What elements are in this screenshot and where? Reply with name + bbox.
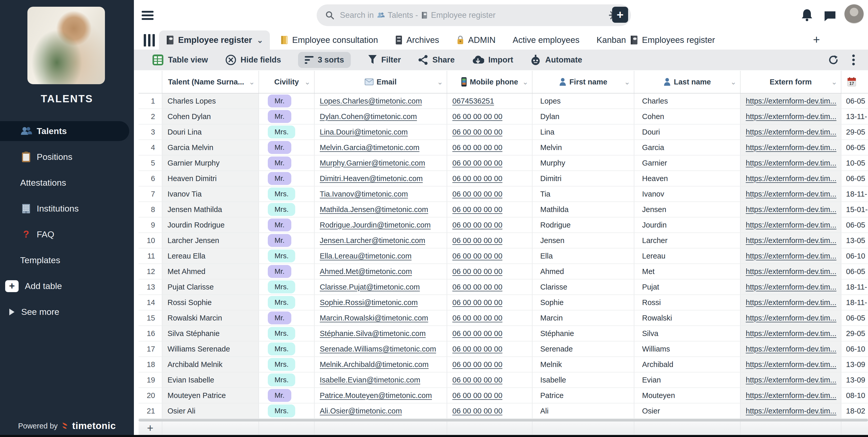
cell-email[interactable]: Dylan.Cohen@timetonic.com	[315, 109, 447, 124]
cell-first-name[interactable]: Marcin	[532, 310, 634, 326]
cell-mobile-phone[interactable]: 06 00 00 00 00	[447, 326, 532, 341]
cell-civility[interactable]: Mr.	[259, 233, 315, 248]
cell-date[interactable]: 06-05	[841, 140, 868, 155]
sidebar-item-attestations[interactable]: Attestations	[0, 173, 134, 193]
cell-first-name[interactable]: Ali	[532, 403, 634, 418]
cell-first-name[interactable]: Clarisse	[532, 279, 634, 295]
extern-form-link[interactable]: https://externform-dev.tim...	[746, 159, 836, 167]
refresh-icon[interactable]	[828, 54, 839, 67]
tab-admin[interactable]: ADMIN	[450, 31, 502, 49]
cell-civility[interactable]: Mrs.	[259, 341, 315, 357]
cell-talent[interactable]: Evian Isabelle	[162, 372, 259, 388]
cell-talent[interactable]: Lereau Ella	[162, 248, 259, 263]
cell-email[interactable]: Rodrigue.Jourdin@timetonic.com	[315, 217, 447, 232]
cell-date[interactable]: 06-05	[841, 171, 868, 186]
cell-first-name[interactable]: Murphy	[532, 156, 634, 170]
cell-last-name[interactable]: Cohen	[634, 109, 741, 124]
phone-link[interactable]: 06 00 00 00 00	[452, 190, 502, 198]
cell-civility[interactable]: Mr.	[259, 217, 315, 232]
header-mobile-phone[interactable]: Mobile phone ⌄	[447, 71, 532, 93]
cell-talent[interactable]: Silva Stéphanie	[162, 326, 259, 341]
extern-form-link[interactable]: https://externform-dev.tim...	[746, 283, 836, 291]
phone-link[interactable]: 06 00 00 00 00	[452, 391, 502, 400]
cell-email[interactable]: Lina.Douri@timetonic.com	[315, 125, 447, 139]
cell-civility[interactable]: Mrs.	[259, 125, 315, 139]
cell-civility[interactable]: Mr.	[259, 140, 315, 155]
cell-civility[interactable]: Mrs.	[259, 279, 315, 295]
cell-first-name[interactable]: Ahmed	[532, 264, 634, 279]
cell-extern-form[interactable]: https://externform-dev.tim...	[741, 94, 841, 108]
cell-mobile-phone[interactable]: 06 00 00 00 00	[447, 295, 532, 310]
cell-mobile-phone[interactable]: 06 00 00 00 00	[447, 388, 532, 403]
share-button[interactable]: Share	[418, 55, 455, 65]
email-link[interactable]: Lopes.Charles@timetonic.com	[320, 97, 422, 105]
cell-civility[interactable]: Mr.	[259, 156, 315, 170]
cell-mobile-phone[interactable]: 06 00 00 00 00	[447, 372, 532, 388]
sidebar-item-positions[interactable]: Positions	[0, 147, 134, 167]
cell-civility[interactable]: Mrs.	[259, 202, 315, 217]
cell-email[interactable]: Jensen.Larcher@timetonic.com	[315, 233, 447, 248]
email-link[interactable]: Stéphanie.Silva@timetonic.com	[320, 329, 426, 338]
cell-date[interactable]: 06-10	[841, 341, 868, 357]
table-view-button[interactable]: Table view	[152, 54, 208, 66]
cell-last-name[interactable]: Lereau	[634, 248, 741, 263]
cell-email[interactable]: Melnik.Archibald@timetonic.com	[315, 357, 447, 372]
cell-email[interactable]: Ella.Lereau@timetonic.com	[315, 248, 447, 263]
cell-last-name[interactable]: Williams	[634, 341, 741, 357]
cell-date[interactable]: 10-05	[841, 156, 868, 170]
cell-talent[interactable]: Garcia Melvin	[162, 140, 259, 155]
cell-extern-form[interactable]: https://externform-dev.tim...	[741, 403, 841, 418]
cell-mobile-phone[interactable]: 06 00 00 00 00	[447, 357, 532, 372]
cell-last-name[interactable]: Larcher	[634, 233, 741, 248]
header-first-name[interactable]: First name ⌄	[532, 71, 634, 93]
cell-date[interactable]: 18-11-	[841, 187, 868, 201]
cell-mobile-phone[interactable]: 06 00 00 00 00	[447, 109, 532, 124]
view-panel-toggle-icon[interactable]	[144, 34, 155, 46]
tab-employee-consultation[interactable]: Employee consultation	[274, 31, 384, 49]
email-link[interactable]: Lina.Douri@timetonic.com	[320, 128, 408, 136]
cell-date[interactable]: 13-09	[841, 372, 868, 388]
phone-link[interactable]: 06 00 00 00 00	[452, 252, 502, 260]
extern-form-link[interactable]: https://externform-dev.tim...	[746, 112, 836, 121]
phone-link[interactable]: 06 00 00 00 00	[452, 159, 502, 167]
phone-link[interactable]: 06 00 00 00 00	[452, 112, 502, 121]
phone-link[interactable]: 06 00 00 00 00	[452, 174, 502, 183]
phone-link[interactable]: 06 00 00 00 00	[452, 329, 502, 338]
tab-archives[interactable]: Archives	[388, 31, 446, 49]
phone-link[interactable]: 06 00 00 00 00	[452, 298, 502, 307]
cell-civility[interactable]: Mr.	[259, 388, 315, 403]
email-link[interactable]: Isabelle.Evian@timetonic.com	[320, 376, 420, 384]
cell-email[interactable]: Marcin.Rowalski@timetonic.com	[315, 310, 447, 326]
cell-date[interactable]: 06-05	[841, 94, 868, 108]
email-link[interactable]: Dimitri.Heaven@timetonic.com	[320, 174, 423, 183]
cell-first-name[interactable]: Tia	[532, 187, 634, 201]
cell-extern-form[interactable]: https://externform-dev.tim...	[741, 326, 841, 341]
email-link[interactable]: Ella.Lereau@timetonic.com	[320, 252, 411, 260]
cell-last-name[interactable]: Ivanov	[634, 187, 741, 201]
email-link[interactable]: Tia.Ivanov@timetonic.com	[320, 190, 408, 198]
cell-civility[interactable]: Mr.	[259, 310, 315, 326]
cell-mobile-phone[interactable]: 06 00 00 00 00	[447, 171, 532, 186]
cell-extern-form[interactable]: https://externform-dev.tim...	[741, 372, 841, 388]
cell-email[interactable]: Dimitri.Heaven@timetonic.com	[315, 171, 447, 186]
cell-date[interactable]: 06-05	[841, 310, 868, 326]
filter-button[interactable]: Filter	[368, 55, 401, 65]
chevron-down-icon[interactable]: ⌄	[305, 78, 310, 86]
cell-last-name[interactable]: Silva	[634, 326, 741, 341]
header-civility[interactable]: Civility ⌄	[259, 71, 315, 93]
cell-last-name[interactable]: Rossi	[634, 295, 741, 310]
search-input[interactable]: Search in Talents - Employee register	[317, 4, 631, 26]
cell-last-name[interactable]: Rowalski	[634, 310, 741, 326]
email-link[interactable]: Patrice.Mouteyen@timetonic.com	[320, 391, 432, 400]
cell-civility[interactable]: Mrs.	[259, 187, 315, 201]
cell-talent[interactable]: Jourdin Rodrigue	[162, 217, 259, 232]
cell-talent[interactable]: Rossi Sophie	[162, 295, 259, 310]
cell-talent[interactable]: Met Ahmed	[162, 264, 259, 279]
extern-form-link[interactable]: https://externform-dev.tim...	[746, 391, 836, 400]
chevron-down-icon[interactable]: ⌄	[731, 78, 737, 86]
tab-active-employees[interactable]: Active employees	[506, 31, 586, 49]
automate-button[interactable]: Automate	[530, 54, 582, 66]
cell-first-name[interactable]: Patrice	[532, 388, 634, 403]
sidebar-item-templates[interactable]: Templates	[0, 250, 134, 270]
cell-last-name[interactable]: Garnier	[634, 156, 741, 170]
